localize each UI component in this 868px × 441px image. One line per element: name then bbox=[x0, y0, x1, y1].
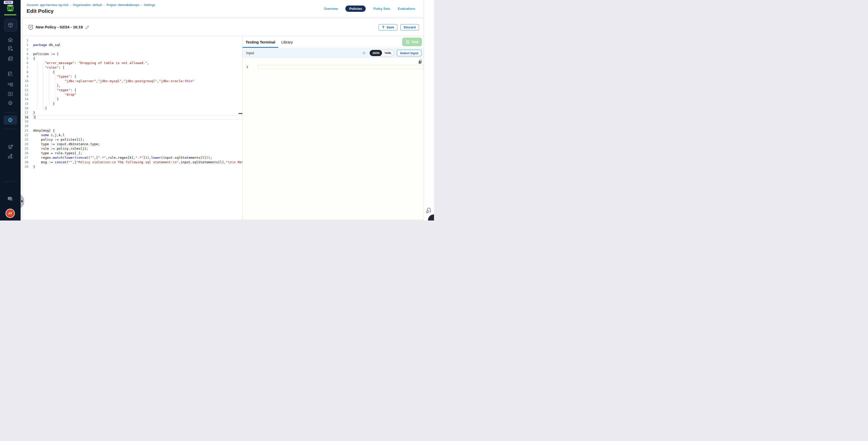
code-line[interactable]: 6 "error_message": "Dropping of table is… bbox=[22, 61, 242, 65]
chat-bubbles-icon[interactable] bbox=[426, 208, 432, 215]
play-circle-icon bbox=[406, 40, 410, 44]
database-dots-icon bbox=[7, 71, 13, 77]
breadcrumb-separator: › bbox=[70, 3, 71, 7]
indent-guide bbox=[49, 70, 49, 106]
harness-dbdevops-logo[interactable] bbox=[6, 4, 14, 13]
line-number: 15 bbox=[22, 101, 28, 106]
code-line[interactable]: 25 rule := policy.rules[j]; bbox=[22, 147, 242, 151]
line-number: 18 bbox=[22, 115, 28, 119]
code-line[interactable]: 5{ bbox=[22, 56, 242, 61]
code-line[interactable]: 12 "regex": [ bbox=[22, 88, 242, 92]
sidebar-item-db-schemas[interactable] bbox=[0, 70, 21, 78]
code-line[interactable]: 26 type = rule.types[_]; bbox=[22, 151, 242, 155]
code-line[interactable]: 19 bbox=[22, 119, 242, 124]
policy-card-header: New Policy - 02/24 - 16:19 Save Discard bbox=[22, 18, 424, 36]
format-toggle[interactable]: JSONYAML bbox=[369, 50, 394, 56]
save-button[interactable]: Save bbox=[378, 24, 397, 30]
text-cursor bbox=[35, 116, 36, 119]
code-line[interactable]: 9 "types": [ bbox=[22, 74, 242, 79]
indent-guide bbox=[37, 61, 37, 111]
policy-check-icon bbox=[28, 25, 33, 30]
code-line[interactable]: 15 } bbox=[22, 101, 242, 106]
line-number: 11 bbox=[22, 83, 28, 88]
discard-label: Discard bbox=[404, 25, 416, 29]
code-diamond-icon: </> bbox=[361, 50, 367, 56]
test-input-editor[interactable]: 1 bbox=[243, 58, 424, 220]
tab-policies[interactable]: Policies bbox=[345, 5, 366, 12]
code-line[interactable]: 11 ], bbox=[22, 83, 242, 88]
sidebar-divider bbox=[3, 182, 18, 182]
format-option-json[interactable]: JSON bbox=[370, 50, 382, 56]
sidebar-item-settings[interactable]: ⚙ bbox=[0, 99, 21, 107]
sidebar-item-pipelines[interactable] bbox=[0, 81, 21, 89]
line-number: 28 bbox=[22, 160, 28, 164]
sidebar-item-org-settings[interactable] bbox=[0, 152, 21, 160]
tab-overview[interactable]: Overview bbox=[324, 5, 338, 12]
save-label: Save bbox=[386, 25, 394, 29]
page-header: Account: app-harness-ng-cicd›Organizatio… bbox=[21, 0, 434, 17]
code-line[interactable]: 10 "jdbc:sqlserver","jdbc:mysql","jdbc:p… bbox=[22, 79, 242, 83]
cube-icon bbox=[7, 22, 13, 28]
line-number: 23 bbox=[22, 137, 28, 142]
code-line[interactable]: 8 { bbox=[22, 70, 242, 74]
overview-ruler-cursor-mark bbox=[239, 113, 242, 114]
code-line[interactable]: 22 some i,j,k,l bbox=[22, 133, 242, 137]
code-line[interactable]: 18] bbox=[22, 115, 242, 119]
sidebar-item-help[interactable]: ? bbox=[0, 195, 21, 203]
code-line[interactable]: 23 policy := policies[i]; bbox=[22, 137, 242, 142]
right-rail bbox=[424, 0, 434, 220]
format-option-yaml[interactable]: YAML bbox=[382, 50, 394, 56]
test-button[interactable]: Test bbox=[402, 38, 422, 46]
code-line[interactable]: 29} bbox=[22, 164, 242, 169]
discard-button[interactable]: Discard bbox=[400, 24, 419, 30]
tab-policy-sets[interactable]: Policy Sets bbox=[373, 5, 390, 12]
module-switcher-button[interactable] bbox=[4, 19, 17, 31]
code-line[interactable]: 28 msg := concat("",["Policy violation:\… bbox=[22, 160, 242, 164]
copy-icon[interactable] bbox=[418, 60, 423, 64]
code-line[interactable]: 2package db_sql bbox=[22, 43, 242, 47]
code-line[interactable]: 7 "rules": [ bbox=[22, 65, 242, 70]
breadcrumb-item[interactable]: Organization: default bbox=[73, 3, 102, 7]
rego-code-editor[interactable]: 12package db_sql34policies := [5{6 "erro… bbox=[22, 36, 243, 220]
code-line[interactable]: 21deny[msg] { bbox=[22, 128, 242, 133]
sidebar-item-home[interactable] bbox=[0, 36, 21, 44]
testing-panel: Testing TerminalLibrary Test Input </> bbox=[243, 36, 424, 220]
left-nav-sidebar: NEW bbox=[0, 0, 21, 220]
code-line[interactable]: 17} bbox=[22, 111, 242, 115]
code-line[interactable]: 20 bbox=[22, 124, 242, 128]
code-line[interactable]: 3 bbox=[22, 47, 242, 52]
input-label: Input bbox=[246, 51, 254, 55]
line-number: 13 bbox=[22, 92, 28, 97]
panel-tab-testing-terminal[interactable]: Testing Terminal bbox=[243, 36, 278, 48]
line-number: 12 bbox=[22, 88, 28, 92]
svg-text:?: ? bbox=[9, 197, 10, 200]
select-input-button[interactable]: Select Input bbox=[397, 50, 422, 56]
line-number: 4 bbox=[22, 52, 28, 56]
user-avatar[interactable]: AT bbox=[5, 209, 15, 218]
tab-evaluations[interactable]: Evaluations bbox=[398, 5, 415, 12]
code-line[interactable]: 27 regex.match(lower(concat("",[".*",rul… bbox=[22, 155, 242, 160]
sidebar-item-executions[interactable] bbox=[0, 90, 21, 98]
sidebar-item-databases[interactable] bbox=[0, 55, 21, 63]
sidebar-item-db-instances[interactable] bbox=[0, 44, 21, 53]
input-header-band: Input </> JSONYAML Select Input bbox=[243, 48, 424, 58]
code-line[interactable]: 13 "drop" bbox=[22, 92, 242, 97]
code-line[interactable]: 4policies := [ bbox=[22, 52, 242, 56]
code-line[interactable]: 16 ] bbox=[22, 106, 242, 111]
sidebar-item-layered-settings[interactable] bbox=[0, 143, 21, 151]
gear-icon: ⚙ bbox=[8, 100, 13, 106]
floating-action-blob[interactable] bbox=[428, 215, 434, 220]
panel-tab-library[interactable]: Library bbox=[278, 36, 296, 48]
line-number: 22 bbox=[22, 133, 28, 137]
code-line[interactable]: 14 ] bbox=[22, 97, 242, 101]
sidebar-item-project-settings-active[interactable]: ⚙ bbox=[3, 116, 17, 125]
breadcrumb-item[interactable]: Account: app-harness-ng-cicd bbox=[27, 3, 68, 7]
breadcrumb: Account: app-harness-ng-cicd›Organizatio… bbox=[27, 3, 155, 7]
code-line[interactable]: 1 bbox=[22, 38, 242, 43]
edit-pencil-icon[interactable] bbox=[85, 25, 89, 29]
line-number: 24 bbox=[22, 142, 28, 147]
breadcrumb-item[interactable]: Settings bbox=[144, 3, 155, 7]
breadcrumb-item[interactable]: Project: demodbdevops bbox=[106, 3, 139, 7]
input-line-number: 1 bbox=[243, 65, 248, 69]
code-line[interactable]: 24 type := input.dbInstance.type; bbox=[22, 142, 242, 147]
